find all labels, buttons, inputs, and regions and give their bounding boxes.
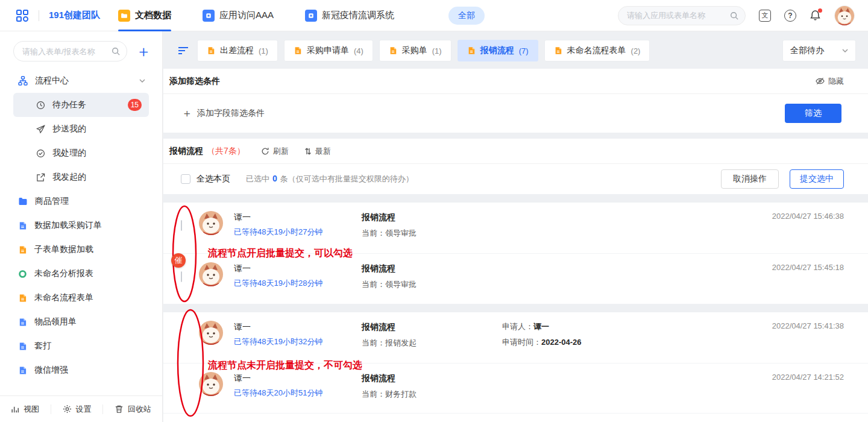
sidebar-folder-goods-management[interactable]: 商品管理 xyxy=(0,189,162,213)
sidebar-item-label: 子表单数据加载 xyxy=(34,244,93,255)
process-filter-tabs: 出差流程 (1) 采购申请单 (4) 采购单 (1) 报销流程 (7) xyxy=(163,40,868,61)
filter-tab-count: (4) xyxy=(354,46,363,55)
task-checkbox[interactable] xyxy=(181,271,182,282)
tab-covid-system[interactable]: 新冠疫情流调系统 xyxy=(304,0,395,31)
task-list-header-panel: 报销流程 （共7条） 刷新 最新 全选本页 xyxy=(163,139,868,194)
sitemap-icon xyxy=(18,76,28,86)
filter-tab-purchase-order[interactable]: 采购单 (1) xyxy=(379,40,451,61)
notification-dot xyxy=(818,8,822,13)
sidebar-item-process-center[interactable]: 流程中心 xyxy=(0,69,162,93)
add-form-button[interactable]: ＋ xyxy=(136,45,151,58)
filter-tab-unnamed-process-form[interactable]: 未命名流程表单 (2) xyxy=(544,40,650,61)
header-divider xyxy=(39,10,39,21)
add-filter-field-button[interactable]: ＋ 添加字段筛选条件 xyxy=(181,108,265,119)
sidebar-form-item[interactable]: 物品领用单 xyxy=(0,310,162,334)
help-icon[interactable]: ? xyxy=(784,10,796,22)
header-search-input[interactable] xyxy=(618,6,746,25)
submit-selected-button[interactable]: 提交选中 xyxy=(790,169,844,189)
doc-icon-blue xyxy=(18,318,27,327)
app-icon xyxy=(203,10,215,22)
sidebar: ＋ 流程中心 待办任务 15 xyxy=(0,31,163,422)
sidebar-form-item[interactable]: 套打 xyxy=(0,334,162,358)
refresh-label: 刷新 xyxy=(273,146,289,157)
sidebar-item-handled-by-me[interactable]: 我处理的 xyxy=(13,141,149,165)
footer-settings-button[interactable]: 设置 xyxy=(63,404,92,415)
sort-latest-button[interactable]: 最新 xyxy=(304,146,331,157)
filter-tab-reimbursement[interactable]: 报销流程 (7) xyxy=(458,40,538,61)
sidebar-form-item[interactable]: 未命名流程表单 xyxy=(0,286,162,310)
task-timestamp: 2022/04/27 15:41:38 xyxy=(772,321,844,332)
user-avatar[interactable] xyxy=(834,5,855,26)
filter-tab-purchase-request[interactable]: 采购申请单 (4) xyxy=(284,40,373,61)
filter-list-icon[interactable] xyxy=(178,46,189,55)
tab-doc-data[interactable]: 文档数据 xyxy=(117,0,172,31)
filter-apply-button[interactable]: 筛选 xyxy=(785,104,841,123)
team-name[interactable]: 191创建团队 xyxy=(49,10,100,21)
todo-count-badge: 15 xyxy=(128,99,142,111)
sidebar-item-label: 未命名分析报表 xyxy=(34,268,93,279)
sidebar-item-todo-tasks[interactable]: 待办任务 15 xyxy=(13,93,149,117)
filter-panel-title: 添加筛选条件 xyxy=(169,76,220,87)
task-owner-name: 谭一 xyxy=(234,372,351,384)
plus-icon: ＋ xyxy=(181,109,192,118)
bell-icon[interactable] xyxy=(810,10,821,21)
avatar xyxy=(199,372,223,396)
sidebar-search-row: ＋ xyxy=(0,31,162,69)
sidebar-item-label: 我处理的 xyxy=(52,148,86,159)
task-row[interactable]: 谭一 已等待48天19小时32分钟 报销流程 当前：报销发起 申请人：谭一 申请… xyxy=(163,312,868,363)
footer-recycle-bin-button[interactable]: 回收站 xyxy=(115,404,151,415)
sidebar-nav: 流程中心 待办任务 15 抄送我的 xyxy=(0,69,162,395)
sidebar-form-item[interactable]: 子表单数据加载 xyxy=(0,238,162,262)
filter-tab-business-trip[interactable]: 出差流程 (1) xyxy=(197,40,278,61)
doc-icon-orange xyxy=(467,46,476,55)
task-row[interactable]: 谭一 已等待48天19小时27分钟 报销流程 当前：领导审批 2022/04/2… xyxy=(163,203,868,253)
doc-icon-orange xyxy=(207,46,215,55)
task-wait-time: 已等待48天19小时28分钟 xyxy=(234,278,351,289)
footer-divider xyxy=(102,405,103,414)
sidebar-form-item[interactable]: 数据加载采购订单 xyxy=(0,213,162,238)
app-grid-icon[interactable] xyxy=(16,9,29,22)
list-title: 报销流程 xyxy=(169,146,203,157)
avatar xyxy=(199,262,223,286)
task-group-batch-disabled: 谭一 已等待48天19小时32分钟 报销流程 当前：报销发起 申请人：谭一 申请… xyxy=(163,312,868,422)
sidebar-form-item[interactable]: 未命名分析报表 xyxy=(0,262,162,286)
task-title: 报销流程 xyxy=(362,321,491,333)
task-group-batch-enabled: 谭一 已等待48天19小时27分钟 报销流程 当前：领导审批 2022/04/2… xyxy=(163,203,868,304)
header-app-tabs: 文档数据 应用访问AAA 新冠疫情流调系统 xyxy=(117,0,424,31)
refresh-button[interactable]: 刷新 xyxy=(261,146,289,157)
tab-label: 文档数据 xyxy=(135,10,171,21)
hide-filters-button[interactable]: 隐藏 xyxy=(816,76,844,87)
task-owner-name: 谭一 xyxy=(234,211,351,223)
tab-label: 新冠疫情流调系统 xyxy=(322,10,394,21)
header-search xyxy=(618,6,746,25)
doc-icon-blue xyxy=(18,342,27,351)
task-row[interactable]: 谭一 已等待48天20小时51分钟 报销流程 当前：财务打款 2022/04/2… xyxy=(163,363,868,414)
task-wait-time: 已等待48天19小时32分钟 xyxy=(234,336,351,347)
urge-badge[interactable]: 催 xyxy=(171,253,186,268)
search-icon[interactable] xyxy=(730,11,738,22)
sidebar-footer: 视图 设置 回收站 xyxy=(0,395,162,422)
filter-tab-label: 未命名流程表单 xyxy=(567,45,626,56)
selected-prefix: 已选中 xyxy=(246,174,269,184)
task-owner-name: 谭一 xyxy=(234,321,351,333)
sidebar-item-started-by-me[interactable]: 我发起的 xyxy=(13,165,149,189)
scope-dropdown[interactable]: 全部待办 xyxy=(782,40,856,61)
sidebar-item-label: 流程中心 xyxy=(35,75,69,86)
hide-label: 隐藏 xyxy=(828,76,844,87)
task-timestamp: 2022/04/27 15:45:18 xyxy=(772,262,844,273)
task-owner-name: 谭一 xyxy=(234,262,351,274)
tab-app-access[interactable]: 应用访问AAA xyxy=(201,0,275,31)
task-checkbox[interactable] xyxy=(181,220,182,231)
sidebar-item-cc-to-me[interactable]: 抄送我的 xyxy=(13,117,149,141)
footer-views-button[interactable]: 视图 xyxy=(11,404,39,415)
language-icon[interactable]: 文 xyxy=(759,10,771,22)
task-extra-fields: 申请人：谭一 申请时间：2022-04-26 xyxy=(502,321,582,348)
chart-icon xyxy=(11,405,19,414)
select-all-checkbox[interactable] xyxy=(181,174,190,184)
cancel-operation-button[interactable]: 取消操作 xyxy=(721,169,779,189)
task-row[interactable]: 谭一 已等待48天19小时28分钟 报销流程 当前：领导审批 2022/04/2… xyxy=(163,253,868,304)
sidebar-search-input[interactable] xyxy=(13,41,127,61)
sidebar-form-item[interactable]: 微信增强 xyxy=(0,358,162,382)
selection-toolbar: 全选本页 已选中 0 条（仅可选中有批量提交权限的待办） 取消操作 提交选中 xyxy=(163,164,868,194)
all-apps-pill[interactable]: 全部 xyxy=(448,7,485,25)
